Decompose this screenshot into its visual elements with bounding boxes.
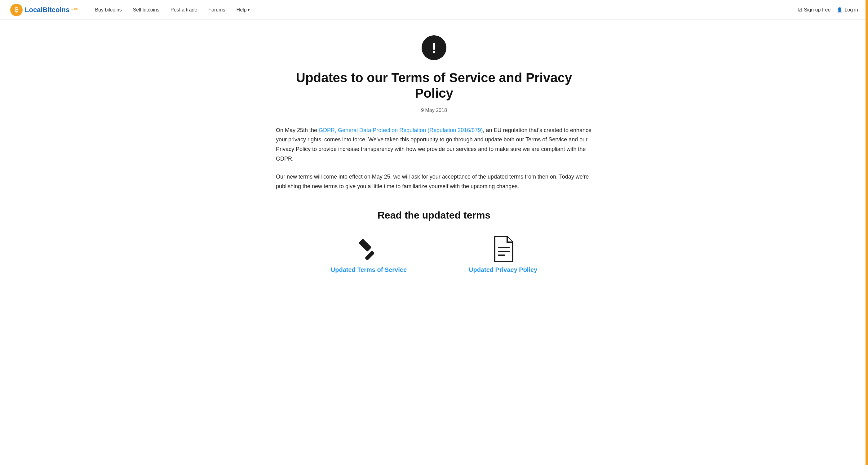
nav-buy-bitcoins[interactable]: Buy bitcoins xyxy=(91,5,126,15)
orange-side-border xyxy=(866,0,868,298)
privacy-policy-card[interactable]: Updated Privacy Policy xyxy=(469,237,537,273)
privacy-policy-label: Updated Privacy Policy xyxy=(469,266,537,273)
nav-forums[interactable]: Forums xyxy=(204,5,229,15)
nav-help[interactable]: Help ▾ xyxy=(232,5,254,15)
body-paragraph-2: Our new terms will come into effect on M… xyxy=(276,172,592,191)
svg-rect-2 xyxy=(359,239,372,252)
page-date: 9 May 2018 xyxy=(276,107,592,113)
document-icon xyxy=(491,237,516,261)
bitcoin-logo-icon: ₿ xyxy=(10,3,23,17)
terms-of-service-label: Updated Terms of Service xyxy=(331,266,407,273)
chevron-down-icon: ▾ xyxy=(248,8,250,12)
navbar: ₿ LocalBitcoins.com Buy bitcoins Sell bi… xyxy=(0,0,868,20)
alert-icon-container: ! xyxy=(276,35,592,60)
gavel-icon xyxy=(356,237,381,261)
nav-post-trade[interactable]: Post a trade xyxy=(166,5,202,15)
body-paragraph-1: On May 25th the GDPR, General Data Prote… xyxy=(276,126,592,163)
signup-link[interactable]: ☑ Sign up free xyxy=(798,7,831,13)
terms-of-service-card[interactable]: Updated Terms of Service xyxy=(331,237,407,273)
nav-links: Buy bitcoins Sell bitcoins Post a trade … xyxy=(91,5,798,15)
svg-text:₿: ₿ xyxy=(15,6,18,13)
person-icon: 👤 xyxy=(837,7,843,13)
page-title: Updates to our Terms of Service and Priv… xyxy=(276,70,592,101)
cards-container: Updated Terms of Service xyxy=(276,237,592,273)
read-terms-heading: Read the updated terms xyxy=(276,210,592,221)
nav-actions: ☑ Sign up free 👤 Log in xyxy=(798,7,858,13)
gdpr-link[interactable]: GDPR, General Data Protection Regulation… xyxy=(319,127,483,133)
check-icon: ☑ xyxy=(798,7,802,13)
exclamation-icon: ! xyxy=(422,35,446,60)
brand-name: LocalBitcoins.com xyxy=(25,6,78,14)
login-link[interactable]: 👤 Log in xyxy=(837,7,858,13)
nav-sell-bitcoins[interactable]: Sell bitcoins xyxy=(129,5,164,15)
brand-logo-link[interactable]: ₿ LocalBitcoins.com xyxy=(10,3,78,17)
svg-rect-3 xyxy=(365,250,375,261)
main-content: ! Updates to our Terms of Service and Pr… xyxy=(264,20,604,298)
